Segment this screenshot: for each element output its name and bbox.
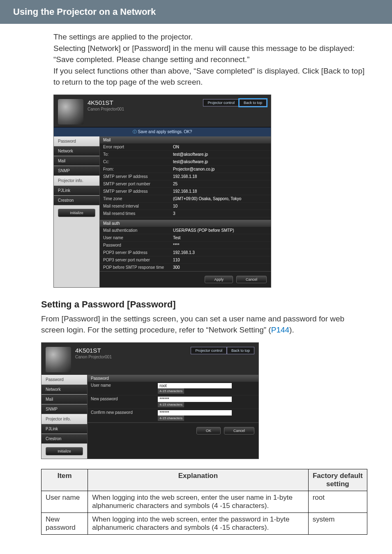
table-row: SMTP server IP address192.168.1.18 [100,173,271,180]
table-row: POP3 server IP address192.168.1.3 [100,249,271,256]
intro-block: The settings are applied to the projecto… [0,31,392,88]
username-input[interactable]: root [158,383,232,388]
table-row: New password****** 4-15 characters [88,395,258,409]
explanation-table: Item Explanation Factory default setting… [41,469,367,535]
newpassword-input[interactable]: ****** [158,397,232,402]
sidebar-item-crestron[interactable]: Crestron [54,196,99,205]
sidebar-item-pjlink[interactable]: PJLink [42,424,87,434]
table-row: Error reportON [100,143,271,151]
cancel-button[interactable]: Cancel [236,276,267,283]
projector-name: Canon Projector001 [88,107,203,111]
table-row: Mail resend times3 [100,210,271,217]
col-item: Item [42,469,88,491]
sidebar-item-password[interactable]: Password [42,375,87,385]
intro-p1: The settings are applied to the projecto… [53,31,367,43]
cell-exp: When logging into the web screen, enter … [88,491,308,512]
table-row: User nameroot 4-15 characters [88,382,258,395]
settings-sidebar: Password Network Mail SNMP Projector inf… [42,375,88,459]
password-panel-title: Password [88,375,258,382]
table-row: POP3 server port number110 [100,256,271,264]
table-row: Confirm new password****** 4-15 characte… [88,409,258,422]
model-name: 4K501ST [75,347,191,354]
ok-button[interactable]: OK [196,427,221,434]
p144-link[interactable]: P144 [271,325,289,334]
section-title: Using the Projector on a Network [13,7,392,17]
confirm-banner: Save and apply settings. OK? [54,127,271,136]
confirm-screenshot: 4K501ST Canon Projector001 Projector con… [53,95,392,288]
initialize-button[interactable]: Initialize [46,447,83,455]
sidebar-item-pjlink[interactable]: PJLink [54,186,99,196]
apply-button[interactable]: Apply [205,276,233,283]
col-explanation: Explanation [88,469,308,491]
confirmpassword-input[interactable]: ****** [158,410,232,416]
hint-text: 4-15 characters [158,416,184,421]
cell-def: root [308,491,367,512]
sidebar-item-password[interactable]: Password [54,136,99,146]
intro-p2: Selecting [Network] or [Password] in the… [53,43,367,65]
section-header: Using the Projector on a Network [0,0,392,24]
cell-item: New password [42,512,88,534]
sidebar-item-mail[interactable]: Mail [54,156,99,166]
sidebar-item-snmp[interactable]: SNMP [54,166,99,176]
table-row: Cc:test@aksoftware.jp [100,158,271,166]
table-row: SMTP server port number25 [100,180,271,188]
sidebar-item-projector-info[interactable]: Projector info. [54,176,99,186]
settings-sidebar: Password Network Mail SNMP Projector inf… [54,136,100,287]
hint-text: 4-15 characters [158,402,184,407]
sidebar-item-crestron[interactable]: Crestron [42,434,87,444]
table-row: Mail resend interval10 [100,203,271,210]
table-row: From:Projector@canon.co.jp [100,166,271,173]
table-row: User nameTest [100,234,271,242]
col-default: Factory default setting [308,469,367,491]
back-to-top-button[interactable]: Back to top [239,99,267,106]
mail-panel-title: Mail [100,136,271,143]
table-row: Mail authenticationUSER/PASS (POP before… [100,227,271,234]
table-row: To:test@aksoftware.jp [100,151,271,158]
sidebar-item-network[interactable]: Network [42,385,87,395]
logo-icon [58,99,83,125]
projector-control-button[interactable]: Projector control [191,347,227,354]
password-heading: Setting a Password [Password] [0,299,392,310]
table-row: New password When logging into the web s… [42,512,367,534]
table-row: Time zone(GMT+09:00) Osaka, Sapporo, Tok… [100,195,271,203]
model-name: 4K501ST [88,99,203,106]
sidebar-item-projector-info[interactable]: Projector info. [42,414,87,424]
table-row: User name When logging into the web scre… [42,491,367,512]
table-row: Password**** [100,242,271,249]
projector-control-button[interactable]: Projector control [203,99,239,106]
password-p1a: From [Password] in the settings screen, … [41,314,344,335]
sidebar-item-network[interactable]: Network [54,146,99,156]
password-screenshot: 4K501ST Canon Projector001 Projector con… [41,342,392,459]
sidebar-item-mail[interactable]: Mail [42,395,87,404]
cancel-button[interactable]: Cancel [224,427,254,434]
mailauth-panel-title: Mail auth [100,220,271,227]
back-to-top-button[interactable]: Back to top [227,347,254,354]
cell-exp: When logging into the web screen, enter … [88,512,308,534]
logo-icon [46,347,71,372]
password-p1b: ). [289,325,294,334]
sidebar-item-snmp[interactable]: SNMP [42,404,87,414]
table-row: SMTP server IP address192.168.1.18 [100,188,271,195]
intro-p3: If you select functions other than above… [53,65,367,88]
initialize-button[interactable]: Initialize [58,209,95,217]
cell-def: system [308,512,367,534]
table-row: POP before SMTP response time300 [100,264,271,271]
hint-text: 4-15 characters [158,388,184,394]
projector-name: Canon Projector001 [75,355,191,359]
password-paragraph: From [Password] in the settings screen, … [0,313,392,336]
cell-item: User name [42,491,88,512]
